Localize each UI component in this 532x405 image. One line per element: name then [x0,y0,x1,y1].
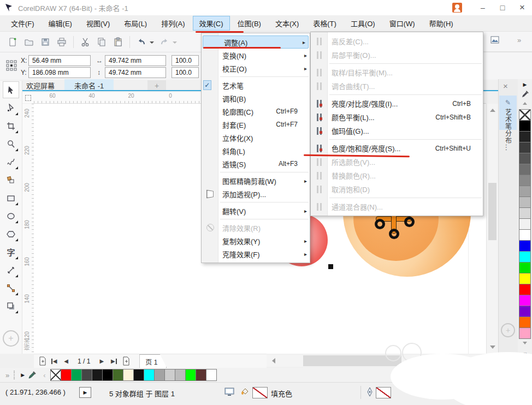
scale-y-field[interactable]: 100.0 [172,67,199,78]
palette-flyout-icon[interactable]: ▶ [21,372,25,378]
color-swatch[interactable] [519,327,531,339]
color-swatch[interactable] [154,369,165,381]
menu-item[interactable] [311,138,483,141]
first-page-icon[interactable]: ◀ [48,355,60,367]
dimension-tool[interactable] [3,261,19,278]
menu-item[interactable] [202,170,310,174]
menu-item[interactable]: 变换(N) ▸ [202,49,310,62]
menubar-item[interactable]: 排列(A) [155,16,191,31]
fill-color-swatch[interactable] [252,387,268,398]
document-properties-icon[interactable] [224,387,235,397]
page-tab[interactable]: 页 1 [139,354,167,368]
object-height-field[interactable]: 49.742 mm [105,67,166,78]
color-swatch[interactable] [185,369,196,381]
color-swatch[interactable] [519,196,531,208]
menu-item[interactable]: 通道混合器(N)... [311,200,483,213]
scale-x-field[interactable]: 100.0 [172,55,199,66]
menubar-item[interactable]: 位图(B) [231,16,268,31]
toolbar-overflow-icon[interactable]: » [517,36,520,44]
save-button[interactable] [37,34,54,50]
maximize-button[interactable]: □ [493,0,512,15]
menubar-item[interactable]: 文本(X) [269,16,305,31]
menu-item[interactable] [202,200,310,204]
document-tab[interactable]: 欢迎屏幕 [16,79,64,91]
menu-item[interactable] [202,75,310,79]
docker-tab[interactable]: ✎ 艺术笔 [499,96,517,130]
color-swatch[interactable] [102,369,113,381]
color-swatch[interactable] [519,186,531,197]
previous-page-icon[interactable]: ◀ [60,355,72,367]
color-swatch[interactable] [113,369,123,381]
color-swatch[interactable] [519,164,531,175]
last-page-icon[interactable]: ▶ [108,355,120,367]
vertical-ruler[interactable]: 240220200180160140120 [22,104,34,354]
menu-item[interactable]: 立体化(X) [202,131,310,144]
connector-tool[interactable] [3,279,19,296]
shape-tool[interactable] [3,99,19,116]
color-swatch[interactable] [175,369,186,381]
menu-item[interactable]: 图框精确剪裁(W) ▸ [202,174,310,187]
vertical-scrollbar[interactable] [486,104,498,354]
color-swatch[interactable] [519,131,531,142]
color-swatch[interactable] [519,218,531,230]
color-swatch[interactable] [81,369,92,381]
crop-tool[interactable] [3,117,19,134]
close-button[interactable]: × [512,0,532,15]
menu-item[interactable]: 高反差(C)... [311,34,483,48]
cut-icon[interactable] [77,34,93,50]
docker-close-icon[interactable]: × [503,81,508,91]
vertical-scroll-thumb[interactable] [488,183,496,240]
menu-item[interactable]: 清除效果(R) [202,221,310,234]
color-swatch[interactable] [196,369,206,381]
color-swatch[interactable] [519,120,531,132]
color-swatch[interactable] [519,273,531,284]
open-button[interactable] [21,34,37,50]
scroll-left-icon[interactable] [268,355,279,367]
ruler-origin-icon[interactable] [22,92,34,103]
copy-icon[interactable] [93,34,110,50]
menu-item[interactable]: 封套(E) Ctrl+F7 [202,118,310,131]
color-swatch[interactable] [519,262,531,273]
menu-item[interactable]: 颜色平衡(L)... Ctrl+Shift+B [311,110,483,124]
eyedropper-icon[interactable] [521,90,529,98]
menu-item[interactable]: 调合曲线(T)... [311,79,483,93]
color-swatch[interactable] [519,142,531,153]
menubar-item[interactable]: 窗口(W) [383,16,422,31]
menubar-item[interactable]: 表格(T) [306,16,343,31]
color-swatch[interactable] [133,369,144,381]
document-tab[interactable]: 未命名 -1 [64,79,114,91]
scroll-up-icon[interactable] [487,105,499,115]
polygon-tool[interactable] [3,225,19,242]
add-page-icon[interactable] [120,355,132,367]
menubar-item[interactable]: 文件(F) [4,16,41,31]
outline-color-swatch[interactable] [376,387,391,398]
new-document-button[interactable] [4,34,21,50]
add-tool-button[interactable]: + [3,330,19,347]
color-swatch[interactable] [519,229,531,241]
palette-drag-handle[interactable] [14,371,16,379]
menubar-item[interactable]: 布局(L) [117,16,153,31]
menu-item[interactable]: 校正(O) ▸ [202,62,310,75]
palette-flyout-icon[interactable]: ▶ [518,79,532,90]
paste-icon[interactable] [110,34,126,50]
color-swatch[interactable] [519,295,531,306]
color-swatch[interactable] [519,153,531,164]
color-swatch[interactable] [71,369,82,381]
scroll-down-icon[interactable] [487,343,499,353]
palette-scroll-left-icon[interactable]: ‹ [43,371,45,379]
text-tool[interactable]: 字 [3,243,19,260]
color-swatch[interactable] [123,369,134,381]
x-position-field[interactable]: 56.49 mm [28,55,91,66]
menu-item[interactable]: 局部平衡(O)... [311,48,483,62]
menubar-item[interactable]: 效果(C) [193,16,230,31]
menu-item[interactable]: 色度/饱和度/亮度(S)... Ctrl+Shift+U [311,141,483,155]
menubar-item[interactable]: 视图(V) [80,16,116,31]
add-page-icon[interactable] [36,355,48,367]
menu-item[interactable]: 复制效果(Y) ▸ [202,234,310,247]
menu-item[interactable]: 取消饱和(D) [311,182,483,196]
menu-item[interactable]: 取样/目标平衡(M)... [311,65,483,79]
outline-pen-icon[interactable] [366,386,374,397]
menu-item[interactable]: 轮廓图(C) Ctrl+F9 [202,105,310,118]
fill-bucket-icon[interactable] [239,386,250,397]
undo-dropdown-icon[interactable] [150,41,154,46]
